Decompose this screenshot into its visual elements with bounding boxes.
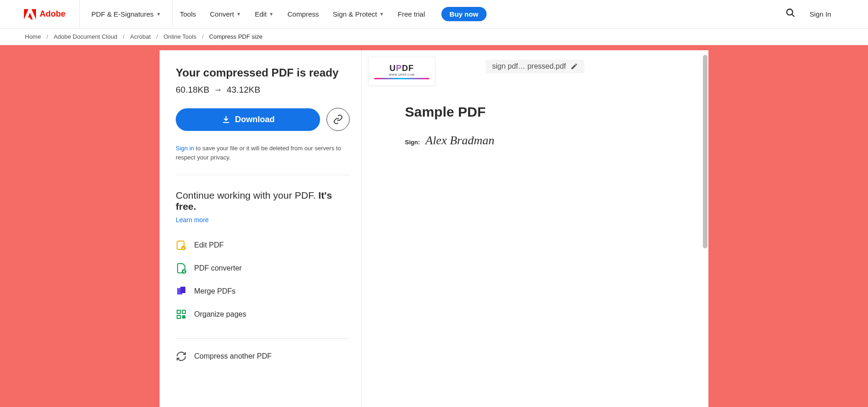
header-right: Sign In (785, 8, 859, 20)
pdf-thumbnail[interactable]: UPDF WWW.UPDF.COM (368, 57, 435, 86)
svg-rect-8 (182, 310, 185, 313)
arrow-right-icon: → (214, 85, 222, 95)
svg-line-1 (792, 14, 795, 17)
ready-title: Your compressed PDF is ready (176, 66, 350, 79)
svg-rect-10 (182, 315, 185, 319)
main-background: Your compressed PDF is ready 60.18KB → 4… (0, 45, 868, 407)
adobe-logo-icon (24, 9, 36, 20)
updf-url: WWW.UPDF.COM (389, 73, 415, 76)
breadcrumb-sep: / (47, 33, 48, 40)
updf-bar (374, 78, 429, 79)
tool-pdf-converter[interactable]: PDF converter (176, 263, 350, 274)
nav-sign-protect[interactable]: Sign & Protect▼ (326, 0, 391, 28)
edit-pdf-icon (176, 240, 187, 251)
compress-another-button[interactable]: Compress another PDF (176, 339, 350, 362)
breadcrumb-sep: / (202, 33, 204, 40)
left-panel: Your compressed PDF is ready 60.18KB → 4… (160, 50, 362, 407)
tool-merge-pdfs[interactable]: Merge PDFs (176, 286, 350, 297)
nav-convert[interactable]: Convert▼ (203, 0, 248, 28)
search-icon[interactable] (785, 8, 796, 20)
share-link-button[interactable] (327, 108, 350, 131)
edit-pencil-icon[interactable] (571, 63, 578, 70)
nav-pdf-esignatures[interactable]: PDF & E-Signatures ▼ (80, 0, 173, 28)
brand-name: Adobe (40, 9, 65, 19)
breadcrumb-acrobat[interactable]: Acrobat (130, 33, 151, 40)
size-after: 43.12KB (226, 85, 260, 94)
logo-section[interactable]: Adobe (0, 0, 80, 28)
workspace: Your compressed PDF is ready 60.18KB → 4… (160, 50, 708, 407)
chevron-down-icon: ▼ (156, 12, 161, 17)
tool-edit-pdf[interactable]: Edit PDF (176, 240, 350, 251)
chevron-down-icon: ▼ (269, 12, 273, 17)
tool-organize-pages[interactable]: Organize pages (176, 309, 350, 320)
breadcrumb-home[interactable]: Home (25, 33, 41, 40)
svg-point-0 (787, 9, 793, 15)
pdf-title: Sample PDF (405, 104, 665, 120)
learn-more-link[interactable]: Learn more (176, 216, 209, 224)
sign-row: Sign: Alex Bradman (405, 134, 665, 147)
breadcrumb-sep: / (123, 33, 125, 40)
nav-edit[interactable]: Edit▼ (248, 0, 280, 28)
updf-logo: UPDF (389, 64, 414, 73)
continue-section: Continue working with your PDF. It's fre… (176, 175, 350, 362)
chevron-down-icon: ▼ (379, 12, 384, 17)
refresh-icon (176, 351, 187, 362)
tool-list: Edit PDF PDF converter Merge PDFs Organi… (176, 240, 350, 339)
buy-now-button[interactable]: Buy now (441, 7, 487, 21)
breadcrumb-doc-cloud[interactable]: Adobe Document Cloud (54, 33, 117, 40)
adobe-logo: Adobe (24, 9, 65, 20)
nav-tools[interactable]: Tools (173, 0, 203, 28)
file-name-bar[interactable]: sign pdf… pressed.pdf (486, 59, 584, 73)
sign-name: Alex Bradman (426, 134, 494, 147)
continue-title: Continue working with your PDF. It's fre… (176, 190, 350, 212)
right-panel: sign pdf… pressed.pdf UPDF WWW.UPDF.COM … (362, 50, 708, 407)
merge-pdfs-icon (176, 286, 187, 297)
signin-message: Sign in to save your file or it will be … (176, 144, 350, 175)
action-row: Download (176, 108, 350, 131)
breadcrumb-online-tools[interactable]: Online Tools (163, 33, 196, 40)
breadcrumb: Home / Adobe Document Cloud / Acrobat / … (0, 29, 868, 45)
download-button[interactable]: Download (176, 108, 320, 131)
file-name-text: sign pdf… pressed.pdf (492, 62, 566, 71)
signin-top-link[interactable]: Sign In (809, 10, 831, 18)
chevron-down-icon: ▼ (237, 12, 241, 17)
download-icon (221, 115, 231, 124)
size-info: 60.18KB → 43.12KB (176, 85, 350, 95)
svg-rect-9 (177, 315, 180, 319)
header-bar: Adobe PDF & E-Signatures ▼ Tools Convert… (0, 0, 868, 29)
pdf-preview-body: Sample PDF Sign: Alex Bradman (368, 86, 702, 157)
breadcrumb-current: Compress PDF size (209, 33, 262, 40)
nav-items: Tools Convert▼ Edit▼ Compress Sign & Pro… (173, 0, 487, 28)
organize-pages-icon (176, 309, 187, 320)
nav-compress[interactable]: Compress (280, 0, 326, 28)
nav-free-trial[interactable]: Free trial (391, 0, 432, 28)
pdf-converter-icon (176, 263, 187, 274)
scrollbar[interactable] (703, 55, 707, 248)
svg-rect-6 (180, 287, 185, 293)
signin-link[interactable]: Sign in (176, 145, 194, 152)
link-icon (333, 114, 343, 124)
svg-point-4 (182, 269, 186, 274)
breadcrumb-sep: / (156, 33, 158, 40)
sign-label: Sign: (405, 139, 420, 146)
svg-rect-7 (177, 310, 180, 313)
size-before: 60.18KB (176, 85, 209, 94)
